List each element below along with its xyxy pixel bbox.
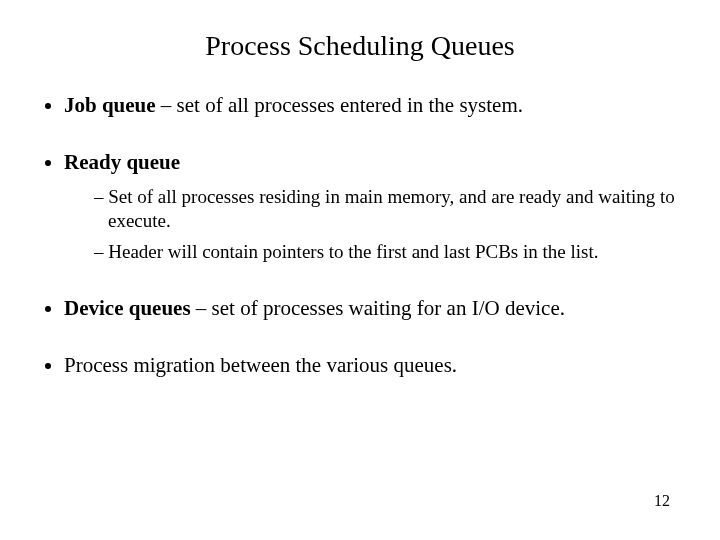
bullet-ready-queue-sublist: Set of all processes residing in main me… — [64, 185, 680, 265]
bullet-device-queues-text: – set of processes waiting for an I/O de… — [191, 296, 565, 320]
bullet-process-migration-text: Process migration between the various qu… — [64, 353, 457, 377]
slide-title: Process Scheduling Queues — [40, 30, 680, 62]
bullet-job-queue-text: – set of all processes entered in the sy… — [156, 93, 523, 117]
bullet-list: Job queue – set of all processes entered… — [40, 92, 680, 379]
slide: Process Scheduling Queues Job queue – se… — [0, 0, 720, 540]
bullet-ready-queue-term: Ready queue — [64, 150, 180, 174]
bullet-job-queue-term: Job queue — [64, 93, 156, 117]
bullet-device-queues-term: Device queues — [64, 296, 191, 320]
sub-bullet-ready-2: Header will contain pointers to the firs… — [94, 240, 680, 265]
bullet-ready-queue: Ready queue Set of all processes residin… — [64, 149, 680, 264]
sub-bullet-ready-1: Set of all processes residing in main me… — [94, 185, 680, 234]
bullet-process-migration: Process migration between the various qu… — [64, 352, 680, 379]
bullet-job-queue: Job queue – set of all processes entered… — [64, 92, 680, 119]
page-number: 12 — [654, 492, 670, 510]
bullet-device-queues: Device queues – set of processes waiting… — [64, 295, 680, 322]
